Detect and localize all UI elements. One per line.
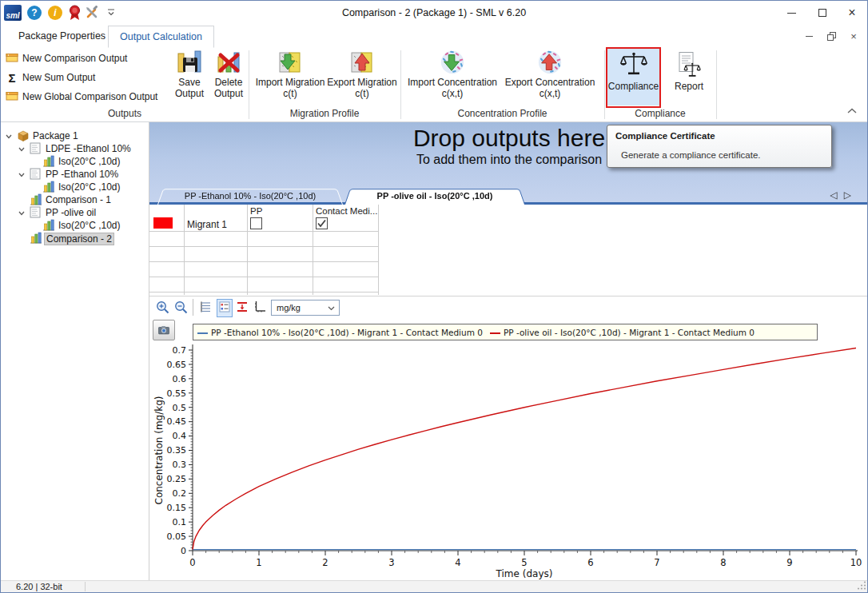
group-label-compliance: Compliance [604, 107, 716, 120]
tab-scroll-arrows[interactable]: ◁▷ [830, 189, 858, 201]
export-concentration-button[interactable]: Export Concentration c(x,t) [501, 48, 599, 99]
app-window: sml ? i Comparison - 2 (Package 1) - SML… [0, 0, 868, 593]
chevron-expanded-icon [18, 171, 26, 179]
new-global-comparison-output-icon [6, 90, 18, 105]
legend-line-swatch [490, 332, 500, 334]
new-comparison-output-button[interactable]: New Comparison Output [6, 50, 127, 66]
delete-output-icon [216, 48, 241, 77]
group-label-outputs: Outputs [1, 107, 249, 120]
chart-legend: PP -Ethanol 10% - Iso(20°C ,10d) - Migra… [193, 324, 818, 340]
tree-item-label[interactable]: Iso(20°C ,10d) [57, 181, 122, 193]
mdi-close-button[interactable]: × [845, 29, 862, 43]
tooltip-title: Compliance Certificate [615, 131, 715, 141]
tree-item-label[interactable]: Comparison - 2 [44, 233, 114, 245]
mdi-restore-button[interactable] [822, 29, 840, 43]
x-tick-label: 0 [189, 557, 195, 568]
new-sum-output-button[interactable]: Σ New Sum Output [6, 70, 95, 86]
tree-item[interactable]: Iso(20°C ,10d) [1, 181, 148, 193]
x-tick-label: 10 [850, 557, 862, 568]
y-tick-label: 0.05 [167, 531, 187, 542]
axes-toggle-icon[interactable] [253, 300, 266, 316]
tab-scroll-right-icon: ▷ [844, 189, 858, 201]
bar-chart-icon [42, 181, 55, 193]
report-button[interactable]: Report [667, 49, 711, 92]
x-tick-label: 5 [521, 557, 527, 568]
bar-chart-icon [42, 219, 55, 231]
x-tick-label: 4 [455, 557, 460, 568]
migrant-name-cell[interactable]: Migrant 1 [187, 219, 227, 230]
comparison-chart: 00.050.10.150.20.250.30.350.40.450.50.55… [149, 341, 868, 581]
tree-item[interactable]: LDPE -Ethanol 10% [1, 142, 148, 155]
tree-item-label[interactable]: Iso(20°C ,10d) [57, 220, 122, 231]
x-tick-label: 3 [388, 557, 394, 568]
y-tick-label: 0.6 [173, 374, 187, 384]
zoom-in-icon[interactable] [156, 300, 169, 316]
delete-output-button[interactable]: Delete Output [209, 48, 249, 99]
check-icon [317, 218, 327, 229]
tree-item-label[interactable]: PP -olive oil [44, 207, 98, 218]
x-tick-label: 9 [786, 557, 792, 568]
export-migration-icon [349, 48, 375, 77]
minimize-button[interactable] [778, 1, 805, 25]
import-migration-icon [277, 48, 303, 77]
tab-pp-ethanol[interactable]: PP -Ethanol 10% - Iso(20°C ,10d) [157, 188, 343, 205]
maximize-button[interactable] [809, 1, 836, 25]
migrant-table: Migrant 1 PP Contact Medi... [149, 205, 868, 296]
save-output-button[interactable]: Save Output [170, 48, 209, 99]
tree-item[interactable]: PP -Ethanol 10% [1, 168, 148, 181]
pp-checkbox[interactable] [250, 217, 262, 229]
tree-item[interactable]: Iso(20°C ,10d) [1, 155, 148, 168]
x-tick-label: 1 [256, 557, 261, 568]
bar-chart-icon [30, 193, 42, 205]
tree-item-label[interactable]: Comparison - 1 [44, 194, 113, 205]
y-tick-label: 0.45 [167, 416, 187, 427]
unit-dropdown[interactable]: mg/kg [271, 300, 340, 316]
y-tick-label: 0.15 [167, 503, 187, 513]
resize-grip[interactable] [857, 580, 866, 591]
titlebar: sml ? i Comparison - 2 (Package 1) - SML… [1, 1, 867, 25]
document-icon [30, 142, 41, 154]
import-migration-button[interactable]: Import Migration c(t) [255, 48, 325, 99]
y-axis-title: Concentration (mg/kg) [153, 396, 165, 505]
contact-medium-checkbox[interactable] [316, 217, 328, 229]
tab-pp-olive-oil[interactable]: PP -olive oil - Iso(20°C ,10d) [344, 188, 525, 205]
tree-item[interactable]: Iso(20°C ,10d) [1, 219, 148, 232]
y-tick-label: 0.55 [167, 388, 187, 399]
tree-item-label[interactable]: PP -Ethanol 10% [44, 169, 120, 180]
status-bar: 6.20 | 32-bit [1, 580, 867, 592]
y-tick-label: 0.25 [167, 474, 187, 484]
x-tick-label: 8 [720, 557, 726, 568]
collapse-ribbon-icon[interactable] [846, 105, 858, 117]
y-tick-label: 0.5 [173, 403, 187, 413]
gridlines-toggle-icon[interactable] [199, 300, 212, 316]
export-migration-button[interactable]: Export Migration c(t) [327, 48, 397, 99]
tree-item-label[interactable]: LDPE -Ethanol 10% [44, 143, 133, 154]
tab-package-properties[interactable]: Package Properties [7, 26, 117, 46]
legend-toggle-icon[interactable] [217, 299, 233, 317]
limit-lines-toggle-icon[interactable] [236, 300, 249, 316]
y-tick-label: 0.65 [167, 360, 187, 370]
tree-item-label[interactable]: Iso(20°C ,10d) [57, 156, 122, 167]
tree-item[interactable]: Package 1 [1, 129, 148, 142]
chevron-expanded-icon [18, 145, 26, 153]
zoom-out-icon[interactable] [174, 300, 188, 316]
tab-output-calculation[interactable]: Output Calculation [108, 26, 214, 48]
import-concentration-button[interactable]: Import Concentration c(x,t) [404, 48, 501, 99]
chevron-expanded-icon [5, 133, 13, 141]
snapshot-camera-button[interactable] [153, 320, 175, 340]
ribbon: New Comparison Output Σ New Sum Output N… [1, 46, 867, 122]
new-global-comparison-output-button[interactable]: New Global Comparison Output [6, 89, 157, 105]
series-color-swatch[interactable] [153, 217, 173, 229]
chart-toolbar: mg/kg [149, 297, 868, 319]
y-tick-label: 0.2 [173, 488, 187, 499]
legend-entry: PP -olive oil - Iso(20°C ,10d) - Migrant… [490, 328, 755, 337]
import-concentration-icon [439, 48, 466, 77]
mdi-minimize-button[interactable] [800, 29, 818, 43]
series-line-1 [193, 348, 856, 550]
tree-item[interactable]: Comparison - 1 [1, 193, 148, 206]
tree-item-label[interactable]: Package 1 [31, 130, 80, 141]
tree-item[interactable]: PP -olive oil [1, 206, 148, 219]
tree-item[interactable]: Comparison - 2 [1, 232, 148, 245]
close-button[interactable]: × [838, 1, 866, 25]
new-comparison-output-icon [6, 51, 18, 66]
